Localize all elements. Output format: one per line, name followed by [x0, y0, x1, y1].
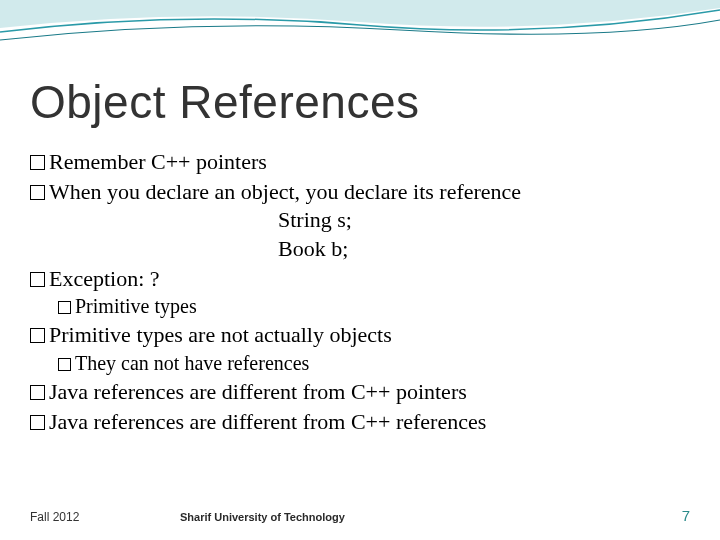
bullet-diff-pointers: Java references are different from C++ p… — [30, 377, 690, 407]
bullet-text: Remember C++ pointers — [49, 149, 267, 174]
bullet-text: They can not have references — [75, 352, 309, 374]
page-number: 7 — [660, 507, 690, 524]
square-bullet-icon — [30, 155, 45, 170]
bullet-remember: Remember C++ pointers — [30, 147, 690, 177]
bullet-text: Primitive types are not actually objects — [49, 322, 392, 347]
bullet-exception: Exception: ? — [30, 264, 690, 294]
square-bullet-icon — [30, 328, 45, 343]
bullet-declare: When you declare an object, you declare … — [30, 177, 690, 207]
subbullet-no-refs: They can not have references — [30, 350, 690, 377]
bullet-primitive-not-obj: Primitive types are not actually objects — [30, 320, 690, 350]
slide-content: Object References Remember C++ pointers … — [30, 75, 690, 436]
square-bullet-icon — [30, 185, 45, 200]
bullet-text: Java references are different from C++ p… — [49, 379, 467, 404]
slide-footer: Fall 2012 Sharif University of Technolog… — [30, 507, 690, 524]
square-bullet-icon — [58, 358, 71, 371]
code-line-2: Book b; — [30, 235, 690, 264]
slide-title: Object References — [30, 75, 690, 129]
bullet-text: Java references are different from C++ r… — [49, 409, 486, 434]
bullet-text: Primitive types — [75, 295, 197, 317]
decorative-wave — [0, 0, 720, 70]
bullet-text: Exception: ? — [49, 266, 160, 291]
subbullet-primitive: Primitive types — [30, 293, 690, 320]
bullet-text: When you declare an object, you declare … — [49, 179, 521, 204]
square-bullet-icon — [30, 415, 45, 430]
square-bullet-icon — [30, 272, 45, 287]
bullet-diff-refs: Java references are different from C++ r… — [30, 407, 690, 437]
square-bullet-icon — [58, 301, 71, 314]
code-line-1: String s; — [30, 206, 690, 235]
square-bullet-icon — [30, 385, 45, 400]
footer-org: Sharif University of Technology — [180, 511, 660, 523]
footer-date: Fall 2012 — [30, 510, 180, 524]
